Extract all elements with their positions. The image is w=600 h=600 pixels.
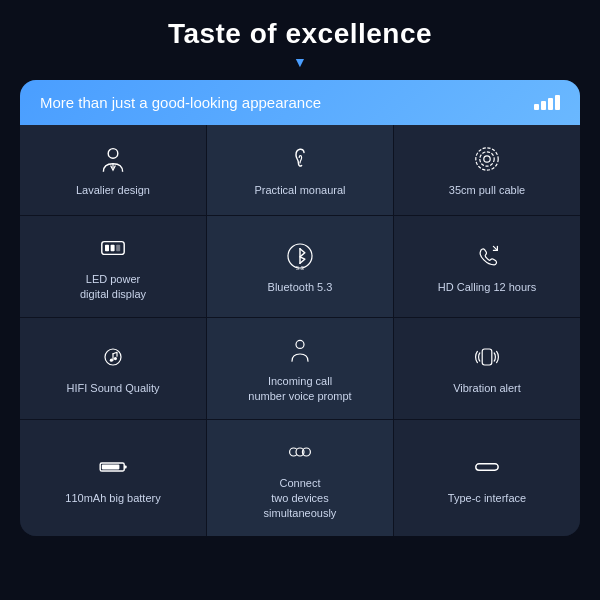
- cell-cable: 35cm pull cable: [394, 125, 580, 215]
- led-label: LED powerdigital display: [80, 272, 146, 303]
- svg-rect-18: [124, 465, 126, 468]
- cell-vibration: Vibration alert: [394, 318, 580, 419]
- cell-incoming: Incoming callnumber voice prompt: [207, 318, 393, 419]
- svg-rect-7: [111, 245, 115, 251]
- signal-bars-icon: [534, 95, 560, 110]
- svg-rect-16: [482, 349, 492, 365]
- battery-icon: [97, 449, 129, 485]
- incoming-label: Incoming callnumber voice prompt: [248, 374, 351, 405]
- incoming-icon: [284, 332, 316, 368]
- svg-point-0: [108, 149, 118, 159]
- svg-point-13: [110, 359, 113, 362]
- connect-label: Connecttwo devicessimultaneously: [264, 476, 337, 522]
- svg-rect-8: [116, 245, 120, 251]
- card-header: More than just a good-looking appearance: [20, 80, 580, 125]
- cell-monaural: Practical monaural: [207, 125, 393, 215]
- svg-text:5.3: 5.3: [296, 265, 304, 271]
- svg-point-2: [476, 148, 498, 170]
- monaural-icon: [284, 141, 316, 177]
- title-arrow: ▼: [293, 54, 307, 70]
- bluetooth-label: Bluetooth 5.3: [268, 280, 333, 295]
- cell-led: LED powerdigital display: [20, 216, 206, 317]
- lavalier-label: Lavalier design: [76, 183, 150, 198]
- svg-rect-23: [476, 464, 498, 470]
- vibration-icon: [471, 339, 503, 375]
- svg-point-15: [296, 340, 304, 348]
- hifi-label: HIFI Sound Quality: [67, 381, 160, 396]
- lavalier-icon: [97, 141, 129, 177]
- feature-card: More than just a good-looking appearance: [20, 80, 580, 536]
- cable-label: 35cm pull cable: [449, 183, 525, 198]
- cable-icon: [471, 141, 503, 177]
- cell-connect: Connecttwo devicessimultaneously: [207, 420, 393, 536]
- svg-rect-6: [105, 245, 109, 251]
- feature-grid: Lavalier design Practical monaural: [20, 125, 580, 536]
- svg-point-14: [114, 357, 117, 360]
- bluetooth-icon: 5.3: [284, 238, 316, 274]
- cell-battery: 110mAh big battery: [20, 420, 206, 536]
- card-header-text: More than just a good-looking appearance: [40, 94, 321, 111]
- cell-lavalier: Lavalier design: [20, 125, 206, 215]
- hifi-icon: [97, 339, 129, 375]
- cell-bluetooth: 5.3 Bluetooth 5.3: [207, 216, 393, 317]
- typec-icon: [471, 449, 503, 485]
- led-icon: [97, 230, 129, 266]
- svg-rect-19: [102, 465, 120, 470]
- cell-hd-calling: HD Calling 12 hours: [394, 216, 580, 317]
- svg-point-3: [480, 152, 494, 166]
- cell-hifi: HIFI Sound Quality: [20, 318, 206, 419]
- typec-label: Type-c interface: [448, 491, 526, 506]
- connect-icon: [284, 434, 316, 470]
- page-title: Taste of excellence: [168, 18, 432, 50]
- monaural-label: Practical monaural: [254, 183, 345, 198]
- battery-label: 110mAh big battery: [65, 491, 160, 506]
- hd-calling-label: HD Calling 12 hours: [438, 280, 536, 295]
- hd-calling-icon: [471, 238, 503, 274]
- cell-typec: Type-c interface: [394, 420, 580, 536]
- svg-point-4: [484, 156, 490, 162]
- vibration-label: Vibration alert: [453, 381, 521, 396]
